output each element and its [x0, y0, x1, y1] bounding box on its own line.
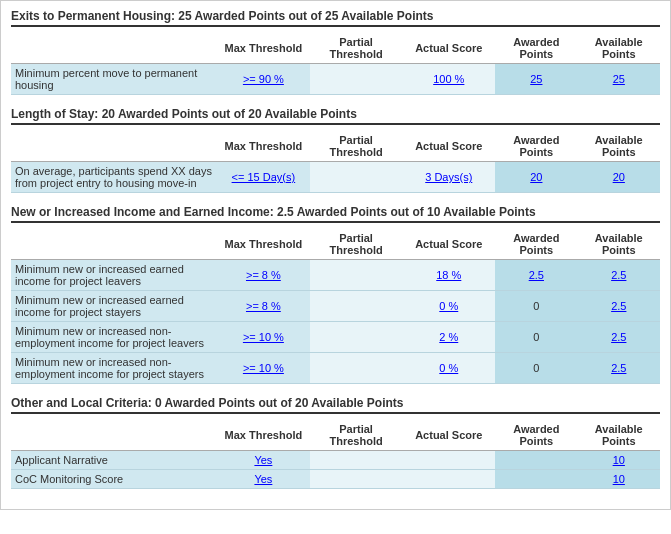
table-exits: Max ThresholdPartial ThresholdActual Sco… — [11, 33, 660, 95]
row-label: CoC Monitoring Score — [11, 470, 217, 489]
row-awarded-points: 0 — [495, 322, 577, 353]
table-length_of_stay: Max ThresholdPartial ThresholdActual Sco… — [11, 131, 660, 193]
row-partial-threshold — [310, 353, 403, 384]
row-label: Minimum new or increased non-employment … — [11, 353, 217, 384]
section-income: New or Increased Income and Earned Incom… — [11, 205, 660, 384]
section-other: Other and Local Criteria: 0 Awarded Poin… — [11, 396, 660, 489]
col-header-empty — [11, 229, 217, 260]
col-header-4: Available Points — [578, 131, 660, 162]
row-available-points[interactable]: 10 — [578, 451, 660, 470]
row-available-points[interactable]: 2.5 — [578, 260, 660, 291]
row-label: Minimum new or increased earned income f… — [11, 291, 217, 322]
row-partial-threshold — [310, 291, 403, 322]
row-available-points[interactable]: 2.5 — [578, 322, 660, 353]
row-actual-score[interactable]: 0 % — [402, 291, 495, 322]
table-row: CoC Monitoring ScoreYes10 — [11, 470, 660, 489]
table-row: Minimum new or increased earned income f… — [11, 291, 660, 322]
col-header-1: Partial Threshold — [310, 229, 403, 260]
row-awarded-points: 0 — [495, 353, 577, 384]
col-header-empty — [11, 420, 217, 451]
row-actual-score[interactable]: 0 % — [402, 353, 495, 384]
row-max-threshold[interactable]: >= 8 % — [217, 291, 310, 322]
row-actual-score — [402, 470, 495, 489]
col-header-2: Actual Score — [402, 131, 495, 162]
row-partial-threshold — [310, 322, 403, 353]
row-max-threshold[interactable]: Yes — [217, 451, 310, 470]
col-header-1: Partial Threshold — [310, 131, 403, 162]
row-max-threshold[interactable]: <= 15 Day(s) — [217, 162, 310, 193]
col-header-empty — [11, 131, 217, 162]
row-actual-score[interactable]: 3 Days(s) — [402, 162, 495, 193]
row-max-threshold[interactable]: >= 10 % — [217, 322, 310, 353]
col-header-0: Max Threshold — [217, 229, 310, 260]
col-header-3: Awarded Points — [495, 420, 577, 451]
section-title-exits: Exits to Permanent Housing: 25 Awarded P… — [11, 9, 660, 27]
section-title-income: New or Increased Income and Earned Incom… — [11, 205, 660, 223]
table-row: Minimum percent move to permanent housin… — [11, 64, 660, 95]
row-awarded-points[interactable]: 2.5 — [495, 260, 577, 291]
section-title-other: Other and Local Criteria: 0 Awarded Poin… — [11, 396, 660, 414]
col-header-1: Partial Threshold — [310, 420, 403, 451]
row-label: Applicant Narrative — [11, 451, 217, 470]
row-actual-score — [402, 451, 495, 470]
col-header-0: Max Threshold — [217, 33, 310, 64]
row-available-points[interactable]: 25 — [578, 64, 660, 95]
row-label: Minimum percent move to permanent housin… — [11, 64, 217, 95]
row-available-points[interactable]: 2.5 — [578, 353, 660, 384]
col-header-2: Actual Score — [402, 229, 495, 260]
row-awarded-points — [495, 470, 577, 489]
col-header-3: Awarded Points — [495, 229, 577, 260]
section-exits: Exits to Permanent Housing: 25 Awarded P… — [11, 9, 660, 95]
row-awarded-points[interactable]: 25 — [495, 64, 577, 95]
col-header-3: Awarded Points — [495, 131, 577, 162]
col-header-3: Awarded Points — [495, 33, 577, 64]
col-header-4: Available Points — [578, 229, 660, 260]
row-max-threshold[interactable]: >= 10 % — [217, 353, 310, 384]
col-header-4: Available Points — [578, 33, 660, 64]
table-row: Minimum new or increased non-employment … — [11, 322, 660, 353]
row-actual-score[interactable]: 18 % — [402, 260, 495, 291]
col-header-2: Actual Score — [402, 420, 495, 451]
row-available-points[interactable]: 10 — [578, 470, 660, 489]
col-header-0: Max Threshold — [217, 131, 310, 162]
row-max-threshold[interactable]: >= 90 % — [217, 64, 310, 95]
row-awarded-points: 0 — [495, 291, 577, 322]
table-row: On average, participants spend XX days f… — [11, 162, 660, 193]
row-partial-threshold — [310, 162, 403, 193]
col-header-4: Available Points — [578, 420, 660, 451]
row-awarded-points — [495, 451, 577, 470]
table-row: Applicant NarrativeYes10 — [11, 451, 660, 470]
section-length_of_stay: Length of Stay: 20 Awarded Points out of… — [11, 107, 660, 193]
row-partial-threshold — [310, 64, 403, 95]
row-actual-score[interactable]: 2 % — [402, 322, 495, 353]
col-header-empty — [11, 33, 217, 64]
row-actual-score[interactable]: 100 % — [402, 64, 495, 95]
row-label: On average, participants spend XX days f… — [11, 162, 217, 193]
col-header-2: Actual Score — [402, 33, 495, 64]
row-available-points[interactable]: 2.5 — [578, 291, 660, 322]
table-row: Minimum new or increased non-employment … — [11, 353, 660, 384]
row-max-threshold[interactable]: >= 8 % — [217, 260, 310, 291]
col-header-0: Max Threshold — [217, 420, 310, 451]
row-partial-threshold — [310, 470, 403, 489]
row-available-points[interactable]: 20 — [578, 162, 660, 193]
row-partial-threshold — [310, 260, 403, 291]
col-header-1: Partial Threshold — [310, 33, 403, 64]
table-row: Minimum new or increased earned income f… — [11, 260, 660, 291]
row-label: Minimum new or increased earned income f… — [11, 260, 217, 291]
table-other: Max ThresholdPartial ThresholdActual Sco… — [11, 420, 660, 489]
row-max-threshold[interactable]: Yes — [217, 470, 310, 489]
row-label: Minimum new or increased non-employment … — [11, 322, 217, 353]
row-partial-threshold — [310, 451, 403, 470]
main-container: Exits to Permanent Housing: 25 Awarded P… — [0, 0, 671, 510]
row-awarded-points[interactable]: 20 — [495, 162, 577, 193]
section-title-length_of_stay: Length of Stay: 20 Awarded Points out of… — [11, 107, 660, 125]
table-income: Max ThresholdPartial ThresholdActual Sco… — [11, 229, 660, 384]
